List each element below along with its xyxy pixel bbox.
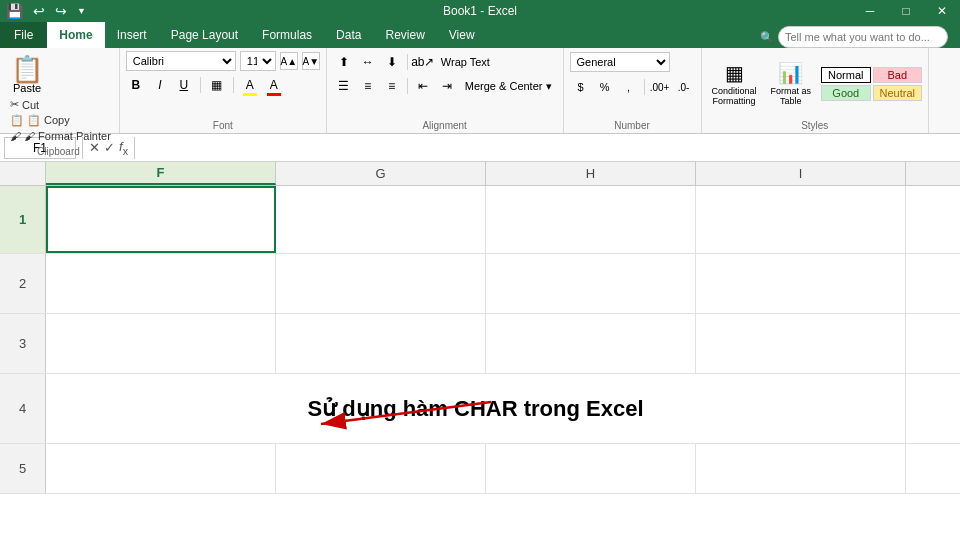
cell-H2[interactable] — [486, 254, 696, 313]
cell-G1[interactable] — [276, 186, 486, 253]
font-name-select[interactable]: Calibri — [126, 51, 236, 71]
increase-font-btn[interactable]: A▲ — [280, 52, 298, 70]
format-as-table-btn[interactable]: 📊 Format asTable — [767, 58, 816, 110]
tab-file[interactable]: File — [0, 22, 47, 48]
underline-button[interactable]: U — [174, 75, 194, 95]
align-top-btn[interactable]: ⬆ — [333, 52, 355, 72]
dec-decrease-btn[interactable]: .0- — [673, 77, 695, 97]
wrap-text-button[interactable]: Wrap Text — [436, 53, 495, 71]
dec-increase-btn[interactable]: .00+ — [649, 77, 671, 97]
align-middle-btn[interactable]: ↔ — [357, 52, 379, 72]
save-quick-btn[interactable]: 💾 — [4, 3, 25, 19]
tab-review[interactable]: Review — [373, 22, 436, 48]
window-title: Book1 - Excel — [443, 4, 517, 18]
num-sep1 — [644, 79, 645, 95]
formula-input[interactable] — [141, 137, 956, 159]
clipboard-right: ✂ Cut 📋 📋 Copy 🖌 🖌 Format Painter — [4, 97, 113, 143]
inc-indent-btn[interactable]: ⇥ — [436, 76, 458, 96]
tab-formulas[interactable]: Formulas — [250, 22, 324, 48]
redo-btn[interactable]: ↪ — [53, 3, 69, 19]
font-sep1 — [200, 77, 201, 93]
italic-button[interactable]: I — [150, 75, 170, 95]
paste-icon: 📋 — [11, 56, 43, 82]
clipboard-group: 📋 Paste ✂ Cut 📋 📋 Copy 🖌 🖌 Format Painte… — [0, 48, 120, 133]
col-header-F[interactable]: F — [46, 162, 276, 185]
font-label: Font — [126, 117, 320, 131]
cell-F3[interactable] — [46, 314, 276, 373]
tab-view[interactable]: View — [437, 22, 487, 48]
row-header-5[interactable]: 5 — [0, 444, 46, 493]
tab-page-layout[interactable]: Page Layout — [159, 22, 250, 48]
bold-button[interactable]: B — [126, 75, 146, 95]
align-sep1 — [407, 54, 408, 70]
cell-H1[interactable] — [486, 186, 696, 253]
cell-G5[interactable] — [276, 444, 486, 493]
font-color-button[interactable]: A — [264, 75, 284, 95]
col-header-H[interactable]: H — [486, 162, 696, 185]
cell-H5[interactable] — [486, 444, 696, 493]
fill-color-button[interactable]: A — [240, 75, 260, 95]
undo-btn[interactable]: ↩ — [31, 3, 47, 19]
cell-I3[interactable] — [696, 314, 906, 373]
tab-insert[interactable]: Insert — [105, 22, 159, 48]
tab-home[interactable]: Home — [47, 22, 104, 48]
cell-F1[interactable] — [46, 186, 276, 253]
paste-label: Paste — [13, 82, 41, 94]
align-center-btn[interactable]: ≡ — [357, 76, 379, 96]
font-size-select[interactable]: 11 — [240, 51, 276, 71]
style-normal[interactable]: Normal — [821, 67, 870, 83]
text-direction-btn[interactable]: ab↗ — [412, 52, 434, 72]
cell-I5[interactable] — [696, 444, 906, 493]
cell-F2[interactable] — [46, 254, 276, 313]
fill-color-bar — [243, 93, 257, 96]
decrease-font-btn[interactable]: A▼ — [302, 52, 320, 70]
maximize-btn[interactable]: □ — [888, 0, 924, 22]
window-controls: ─ □ ✕ — [852, 0, 960, 22]
cell-G2[interactable] — [276, 254, 486, 313]
merge-center-button[interactable]: Merge & Center ▾ — [460, 77, 557, 96]
conditional-formatting-btn[interactable]: ▦ ConditionalFormatting — [708, 58, 761, 110]
search-input[interactable] — [778, 26, 948, 48]
cell-G3[interactable] — [276, 314, 486, 373]
cell-I1[interactable] — [696, 186, 906, 253]
copy-icon: 📋 — [10, 114, 24, 127]
alignment-label: Alignment — [333, 117, 557, 131]
align-left-btn[interactable]: ☰ — [333, 76, 355, 96]
tab-data[interactable]: Data — [324, 22, 373, 48]
style-bad[interactable]: Bad — [873, 67, 922, 83]
close-btn[interactable]: ✕ — [924, 0, 960, 22]
insert-function-icon[interactable]: fx — [119, 139, 128, 157]
align-bottom-btn[interactable]: ⬇ — [381, 52, 403, 72]
row-header-4[interactable]: 4 — [0, 374, 46, 443]
dec-indent-btn[interactable]: ⇤ — [412, 76, 434, 96]
style-good[interactable]: Good — [821, 85, 870, 101]
align-row2: ☰ ≡ ≡ ⇤ ⇥ Merge & Center ▾ — [333, 76, 557, 96]
cut-button[interactable]: ✂ Cut — [8, 97, 113, 112]
row-header-3[interactable]: 3 — [0, 314, 46, 373]
copy-label: 📋 Copy — [27, 114, 70, 127]
col-header-I[interactable]: I — [696, 162, 906, 185]
align-right-btn[interactable]: ≡ — [381, 76, 403, 96]
comma-btn[interactable]: , — [618, 77, 640, 97]
cond-format-label: ConditionalFormatting — [712, 87, 757, 107]
border-button[interactable]: ▦ — [207, 75, 227, 95]
format-painter-button[interactable]: 🖌 🖌 Format Painter — [8, 129, 113, 143]
minimize-btn[interactable]: ─ — [852, 0, 888, 22]
cell-F4[interactable]: Sử dụng hàm CHAR trong Excel — [46, 374, 906, 443]
table-row: 4 Sử dụng hàm CHAR trong Excel — [0, 374, 960, 444]
percent-btn[interactable]: % — [594, 77, 616, 97]
col-header-G[interactable]: G — [276, 162, 486, 185]
cell-F5[interactable] — [46, 444, 276, 493]
cell-I2[interactable] — [696, 254, 906, 313]
dollar-btn[interactable]: $ — [570, 77, 592, 97]
row-header-2[interactable]: 2 — [0, 254, 46, 313]
cell-H3[interactable] — [486, 314, 696, 373]
row-header-1[interactable]: 1 — [0, 186, 46, 253]
number-format-select[interactable]: General — [570, 52, 670, 72]
font-color-bar — [267, 93, 281, 96]
qa-dropdown-btn[interactable]: ▼ — [75, 6, 88, 16]
cut-label: Cut — [22, 99, 39, 111]
paste-button[interactable]: 📋 Paste — [4, 53, 50, 97]
style-neutral[interactable]: Neutral — [873, 85, 922, 101]
copy-button[interactable]: 📋 📋 Copy — [8, 113, 113, 128]
